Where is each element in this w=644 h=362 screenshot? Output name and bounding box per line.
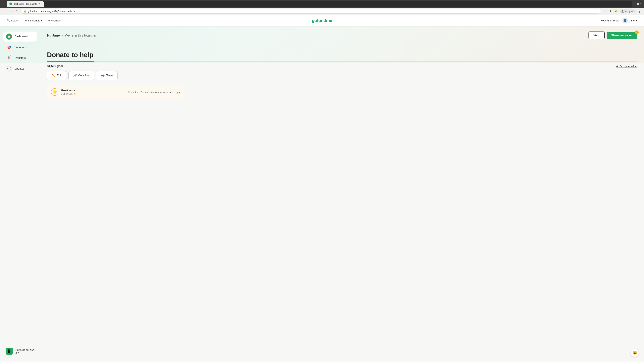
sidebar-item-updates[interactable]: 💬 Updates: [3, 64, 37, 74]
site-nav: 🔍 Search For individuals ▾ For charities…: [0, 15, 644, 26]
tip-streak-text: 1 tip streak: [61, 92, 72, 95]
greeting-name: Hi, Jane: [47, 33, 60, 37]
window-controls-right: ─ ⬜ ✕: [634, 3, 642, 5]
edit-icon: ✏️: [52, 74, 56, 77]
sidebar-label-dashboard: Dashboard: [14, 35, 28, 38]
address-bar[interactable]: 🔒 gofundme.com/manage/4t7q7-donate-to-he…: [21, 9, 601, 13]
site-main: 🏠 Dashboard 🎯 Donations 🏛 Transfers 💬 Up…: [0, 26, 644, 362]
transfers-notification-badge: [10, 54, 12, 56]
logo-text: gofundme: [312, 18, 332, 23]
tip-title: Great work: [61, 89, 125, 92]
tip-star-icon: ⭐: [51, 88, 58, 96]
progress-bar-container: [47, 61, 637, 62]
team-button[interactable]: 👥 Team: [96, 71, 118, 80]
nav-right: Your fundraisers 👤 Jane ▾: [322, 18, 637, 23]
goal-text: $1,500 goal: [47, 64, 63, 68]
copy-link-label: Copy link: [78, 74, 90, 77]
sidebar-item-donations[interactable]: 🎯 Donations: [3, 42, 37, 52]
incognito-icon: 🕵: [621, 10, 624, 12]
greeting-message: We're in this together: [65, 33, 96, 37]
browser-toolbar: ☆ ⬇ 🧩 🕵 Incognito ⋮: [602, 9, 642, 14]
campaign-title: Donate to help: [47, 51, 637, 59]
new-tab-button[interactable]: +: [44, 2, 49, 6]
user-menu[interactable]: 👤 Jane ▾: [622, 18, 637, 23]
bank-icon: 🏛: [616, 65, 618, 67]
for-individuals-label: For individuals: [24, 19, 40, 22]
chevron-down-icon: ▾: [41, 19, 42, 22]
dashboard-header: Hi, Jane • We're in this together View S…: [47, 31, 637, 39]
updates-icon: 💬: [6, 66, 12, 72]
chat-icon: 😊: [632, 351, 637, 355]
back-button[interactable]: ←: [2, 9, 7, 14]
tab-nav-left-button[interactable]: ‹: [2, 2, 6, 6]
search-icon: 🔍: [7, 19, 10, 22]
browser-chrome: ‹ Dashboard - GoFundMe ✕ + ─ ⬜ ✕ ← → ↻ 🔒…: [0, 0, 644, 15]
site-wrapper: 🔍 Search For individuals ▾ For charities…: [0, 15, 644, 362]
chat-widget-button[interactable]: 😊: [630, 349, 639, 357]
greeting: Hi, Jane • We're in this together: [47, 33, 96, 37]
maximize-button[interactable]: ⬜: [636, 3, 639, 5]
dashboard-icon: 🏠: [6, 33, 12, 39]
bookmark-button[interactable]: ☆: [602, 9, 607, 13]
incognito-badge: 🕵 Incognito: [619, 9, 636, 13]
nav-left: 🔍 Search For individuals ▾ For charities: [7, 19, 322, 22]
share-fundraiser-label: Share fundraiser: [611, 34, 632, 37]
sidebar: 🏠 Dashboard 🎯 Donations 🏛 Transfers 💬 Up…: [0, 26, 40, 362]
extensions-button[interactable]: 🧩: [614, 9, 618, 13]
user-name: Jane: [629, 19, 634, 22]
sidebar-item-dashboard[interactable]: 🏠 Dashboard: [3, 31, 37, 41]
download-app-label: Download our free app: [15, 349, 38, 354]
donations-icon: 🎯: [6, 44, 12, 50]
campaign-section: Donate to help $1,500 goal 🏛 Set up tran…: [47, 51, 637, 80]
share-fundraiser-button[interactable]: Share fundraiser ⭐: [606, 32, 637, 39]
user-chevron-icon: ▾: [636, 19, 637, 22]
address-text: gofundme.com/manage/4t7q7-donate-to-help: [28, 10, 598, 12]
close-button[interactable]: ✕: [640, 3, 642, 5]
for-charities-label: For charities: [47, 19, 61, 22]
for-charities-link[interactable]: For charities: [47, 19, 61, 22]
browser-titlebar: ‹ Dashboard - GoFundMe ✕ + ─ ⬜ ✕: [0, 0, 644, 8]
team-icon: 👥: [101, 74, 105, 77]
download-app-section[interactable]: 📱 Download our free app: [3, 346, 40, 357]
avatar: 👤: [622, 18, 628, 23]
for-individuals-menu[interactable]: For individuals ▾: [24, 19, 42, 22]
copy-icon: 🔗: [73, 74, 77, 77]
goal-label: goal: [57, 64, 63, 68]
setup-transfers-link[interactable]: 🏛 Set up transfers: [616, 65, 637, 68]
setup-transfers-label: Set up transfers: [620, 65, 637, 67]
tip-streak: 1 tip streak ⚡: [61, 92, 125, 95]
search-label: Search: [11, 19, 19, 22]
sidebar-label-updates: Updates: [14, 67, 24, 70]
tab-favicon: [10, 2, 12, 5]
forward-button[interactable]: →: [8, 9, 14, 14]
download-button[interactable]: ⬇: [608, 9, 613, 13]
reload-button[interactable]: ↻: [15, 9, 20, 14]
share-notification-badge: ⭐: [635, 30, 639, 34]
window-controls: ‹: [2, 2, 6, 6]
lock-icon: 🔒: [24, 10, 26, 12]
edit-button[interactable]: ✏️ Edit: [47, 71, 66, 80]
greeting-dot: •: [62, 33, 64, 37]
edit-label: Edit: [57, 74, 62, 77]
your-fundraisers-link[interactable]: Your fundraisers: [601, 19, 619, 22]
header-actions: View Share fundraiser ⭐: [588, 31, 637, 39]
copy-link-button[interactable]: 🔗 Copy link: [68, 71, 94, 80]
browser-menu-button[interactable]: ⋮: [637, 9, 642, 14]
tip-message: Keep it up. Check back tomorrow for more…: [128, 91, 180, 93]
address-bar-row: ← → ↻ 🔒 gofundme.com/manage/4t7q7-donate…: [0, 8, 644, 15]
sidebar-label-donations: Donations: [14, 46, 26, 49]
sidebar-item-transfers[interactable]: 🏛 Transfers: [3, 53, 37, 63]
search-button[interactable]: 🔍 Search: [7, 19, 19, 22]
tip-card: ⭐ Great work 1 tip streak ⚡ Keep it up. …: [47, 85, 184, 99]
sidebar-label-transfers: Transfers: [14, 56, 26, 59]
active-tab[interactable]: Dashboard - GoFundMe ✕: [7, 1, 44, 7]
view-button[interactable]: View: [588, 31, 604, 39]
tab-close-button[interactable]: ✕: [38, 2, 41, 5]
campaign-meta: $1,500 goal 🏛 Set up transfers: [47, 64, 637, 68]
site-logo[interactable]: gofundme: [312, 18, 332, 23]
tabs-bar: Dashboard - GoFundMe ✕ +: [7, 1, 632, 7]
main-content: Hi, Jane • We're in this together View S…: [40, 26, 644, 362]
minimize-button[interactable]: ─: [634, 3, 636, 5]
team-label: Team: [106, 74, 112, 77]
streak-lightning-icon: ⚡: [73, 92, 76, 95]
